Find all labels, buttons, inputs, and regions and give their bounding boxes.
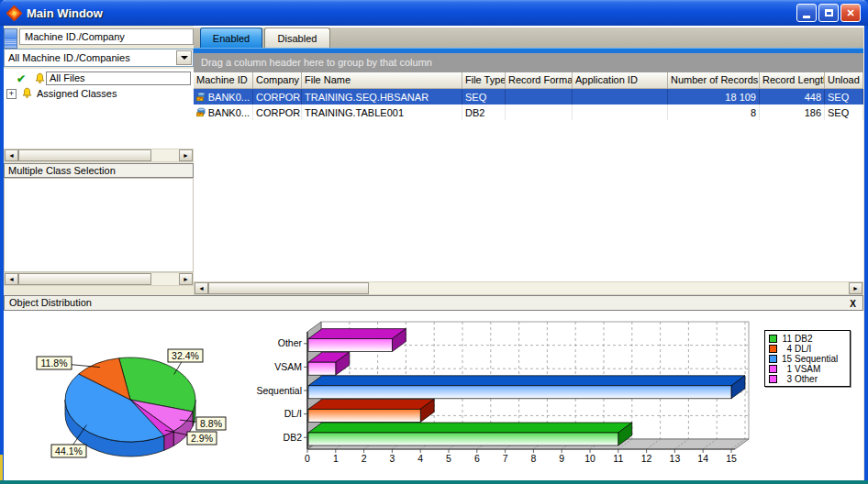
bar-DL/I[interactable] <box>308 409 420 422</box>
legend-item: 3Other <box>769 374 847 384</box>
category-label-VSAM: VSAM <box>274 361 302 372</box>
window-title: Main Window <box>27 6 103 20</box>
groupby-hint-bar[interactable]: Drag a column header here to group by th… <box>194 53 863 72</box>
cell-application-id <box>573 104 668 120</box>
panel-grip-icon[interactable] <box>4 28 17 49</box>
x-tick-label: 7 <box>503 453 508 464</box>
x-tick-label: 10 <box>584 453 595 464</box>
combobox-dropdown-button[interactable] <box>176 50 192 65</box>
scroll-left-icon[interactable]: ◄ <box>5 273 18 285</box>
cell-file-type: SEQ <box>462 89 506 104</box>
category-label-Other: Other <box>278 337 303 348</box>
legend-label: Other <box>795 374 818 384</box>
title-bar: Main Window ✕ <box>0 0 868 26</box>
tab-disabled[interactable]: Disabled <box>264 28 330 48</box>
machine-company-combobox[interactable]: All Machine ID./Companies <box>4 49 194 67</box>
copybook-icon: CPY <box>196 90 206 104</box>
cell-machine-id: CPYBANK0... <box>194 104 253 120</box>
table-row[interactable]: CPYBANK0...CORPOR...TRAINING.TABLE001DB2… <box>194 104 863 120</box>
column-header-application-id[interactable]: Application ID <box>573 72 668 89</box>
column-header-number-of-records[interactable]: Number of Records <box>668 72 760 89</box>
legend-swatch-icon <box>769 345 777 353</box>
tree-item-label: All Files <box>46 72 191 85</box>
bar-top-DB2 <box>308 423 632 433</box>
x-tick-label: 14 <box>697 453 708 464</box>
maximize-button[interactable] <box>818 4 839 22</box>
x-tick-label: 13 <box>670 453 681 464</box>
scrollbar-thumb[interactable] <box>208 282 369 294</box>
column-header-record-format[interactable]: Record Format <box>506 72 573 89</box>
bar-VSAM[interactable] <box>308 362 336 375</box>
app-icon <box>6 6 22 21</box>
tree-item-label: Assigned Classes <box>37 88 117 99</box>
object-distribution-title: Object Distribution <box>9 297 92 308</box>
legend-item: 11DB2 <box>769 334 847 344</box>
cell-number-of-records: 18 109 <box>668 89 760 104</box>
scroll-left-icon[interactable]: ◄ <box>195 282 208 294</box>
cell-file-name: TRAINING.SEQ.HBSANAR <box>302 89 462 104</box>
expand-icon[interactable]: + <box>6 89 17 99</box>
scrollbar-thumb[interactable] <box>18 149 151 161</box>
chart-legend: 11DB24DL/I15Sequential1VSAM3Other <box>764 330 851 387</box>
legend-item: 4DL/I <box>769 344 847 354</box>
multiple-class-selection-list[interactable] <box>4 178 194 272</box>
charts-canvas: 32.4%8.8%2.9%44.1%11.8%DB2DL/ISequential… <box>4 311 863 480</box>
maximize-icon <box>825 9 833 16</box>
panel-caption: Machine ID./Company <box>19 28 194 45</box>
minimize-button[interactable] <box>796 4 817 22</box>
legend-swatch-icon <box>769 375 777 383</box>
object-distribution-charts: 32.4%8.8%2.9%44.1%11.8%DB2DL/ISequential… <box>4 311 863 480</box>
column-header-file-type[interactable]: File Type <box>462 72 506 89</box>
column-header-record-length[interactable]: Record Length <box>760 72 825 89</box>
panel-close-button[interactable]: X <box>850 297 856 311</box>
scroll-left-icon[interactable]: ◄ <box>5 149 18 161</box>
bar-Sequential[interactable] <box>308 386 731 399</box>
grid-horizontal-scrollbar[interactable]: ◄ ► <box>194 281 863 295</box>
cell-application-id <box>573 89 668 104</box>
bar-top-DL/I <box>308 399 434 409</box>
tree-item-all-files[interactable]: ✔ All Files <box>4 72 194 86</box>
scroll-right-icon[interactable]: ► <box>179 149 193 161</box>
chevron-down-icon <box>181 56 188 60</box>
column-header-machine-id[interactable]: Machine ID <box>194 72 253 89</box>
tree-horizontal-scrollbar[interactable]: ◄ ► <box>4 148 194 162</box>
legend-count: 4 <box>780 344 792 354</box>
pie-callout-label: 44.1% <box>55 446 83 456</box>
bar-DB2[interactable] <box>308 433 618 446</box>
legend-item: 15Sequential <box>769 354 847 364</box>
column-header-file-name[interactable]: File Name <box>302 72 462 89</box>
table-row[interactable]: CPYBANK0...CORPOR...TRAINING.SEQ.HBSANAR… <box>194 89 863 104</box>
class-horizontal-scrollbar[interactable]: ◄ ► <box>4 272 194 286</box>
scroll-right-icon[interactable]: ► <box>179 273 193 285</box>
x-tick-label: 6 <box>474 453 480 464</box>
x-tick-label: 2 <box>362 453 367 464</box>
x-tick-label: 9 <box>559 453 564 464</box>
tree-item-assigned-classes[interactable]: + Assigned Classes <box>4 86 194 101</box>
x-tick-label: 3 <box>389 453 395 464</box>
cell-unload-i: SEQ <box>825 89 863 104</box>
bar-Other[interactable] <box>308 339 392 352</box>
x-tick-label: 4 <box>417 453 423 464</box>
bar-top-Sequential <box>308 376 745 386</box>
bell-icon <box>34 72 46 84</box>
cell-record-format <box>506 104 573 120</box>
legend-label: Sequential <box>795 354 838 364</box>
bell-icon <box>21 87 33 99</box>
legend-item: 1VSAM <box>769 364 847 374</box>
tab-enabled[interactable]: Enabled <box>200 28 262 48</box>
scroll-right-icon[interactable]: ► <box>849 282 862 294</box>
main-window: Main Window ✕ Machine ID./Company All Ma… <box>0 0 868 484</box>
legend-count: 11 <box>780 334 792 344</box>
column-header-unload-i[interactable]: Unload I <box>825 72 863 89</box>
scrollbar-thumb[interactable] <box>18 273 151 285</box>
bar-top-Other <box>308 329 406 339</box>
category-label-DB2: DB2 <box>284 432 303 443</box>
close-icon: ✕ <box>846 7 854 19</box>
pie-callout-label: 32.4% <box>172 350 199 361</box>
close-button[interactable]: ✕ <box>840 4 861 22</box>
legend-count: 3 <box>780 374 792 384</box>
column-header-company[interactable]: Company <box>253 72 302 89</box>
background-artifact <box>0 455 3 480</box>
pie-callout-label: 8.8% <box>200 418 222 429</box>
cell-unload-i: SEQ <box>825 104 863 120</box>
